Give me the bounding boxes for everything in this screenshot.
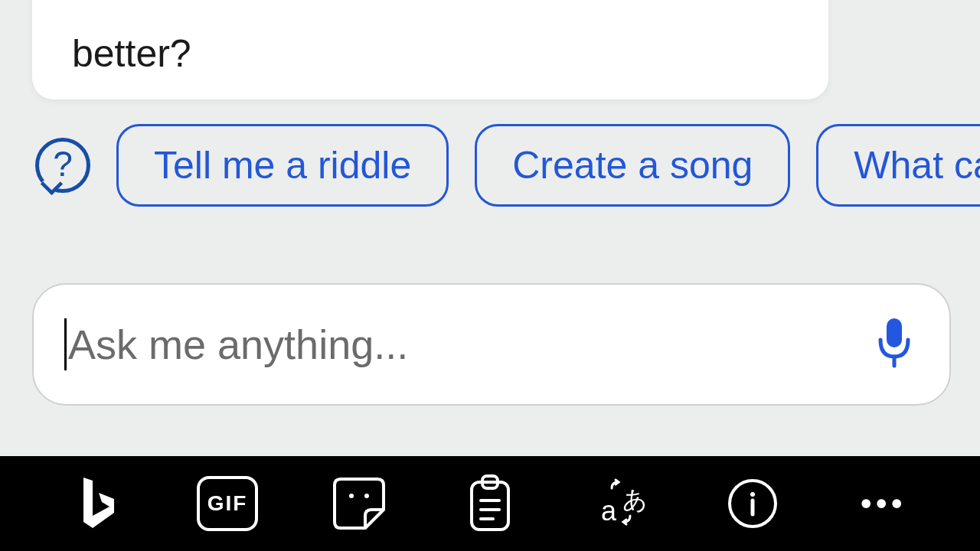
gif-button[interactable]: GIF bbox=[197, 473, 258, 534]
gif-icon: GIF bbox=[197, 476, 258, 531]
bing-icon bbox=[76, 474, 117, 533]
svg-point-3 bbox=[364, 494, 369, 498]
chat-input-container[interactable]: Ask me anything... bbox=[32, 283, 951, 406]
translate-button[interactable]: a あ bbox=[590, 473, 652, 534]
suggestion-chip-capabilities[interactable]: What can yo bbox=[816, 124, 980, 207]
suggestion-chip-song[interactable]: Create a song bbox=[475, 124, 790, 207]
suggestion-row: ? Tell me a riddle Create a song What ca… bbox=[0, 124, 980, 207]
suggestion-label: Create a song bbox=[512, 144, 753, 187]
keyboard-toolbar: GIF a あ bbox=[0, 456, 980, 551]
sticker-icon bbox=[332, 476, 387, 531]
suggestion-label: Tell me a riddle bbox=[154, 144, 411, 187]
help-question-mark: ? bbox=[53, 143, 73, 184]
info-button[interactable] bbox=[722, 473, 783, 534]
bing-button[interactable] bbox=[66, 473, 127, 534]
suggestion-chip-riddle[interactable]: Tell me a riddle bbox=[116, 124, 449, 207]
message-text: better? bbox=[72, 32, 191, 75]
svg-point-2 bbox=[349, 494, 354, 498]
svg-text:a: a bbox=[601, 495, 617, 527]
help-icon[interactable]: ? bbox=[35, 138, 90, 193]
clipboard-icon bbox=[467, 474, 513, 533]
microphone-button[interactable] bbox=[870, 320, 919, 369]
text-cursor bbox=[64, 318, 67, 370]
svg-rect-0 bbox=[887, 318, 902, 347]
chat-input-placeholder: Ask me anything... bbox=[68, 321, 870, 368]
suggestion-label: What can yo bbox=[854, 144, 980, 187]
sticker-button[interactable] bbox=[328, 473, 390, 534]
svg-text:あ: あ bbox=[622, 486, 648, 514]
assistant-message: better? bbox=[32, 0, 828, 99]
clipboard-button[interactable] bbox=[459, 473, 521, 534]
more-icon: ••• bbox=[861, 487, 906, 521]
microphone-icon bbox=[874, 318, 914, 370]
more-button[interactable]: ••• bbox=[853, 473, 914, 534]
info-icon bbox=[727, 478, 779, 530]
svg-point-12 bbox=[750, 492, 755, 497]
translate-icon: a あ bbox=[590, 474, 652, 533]
